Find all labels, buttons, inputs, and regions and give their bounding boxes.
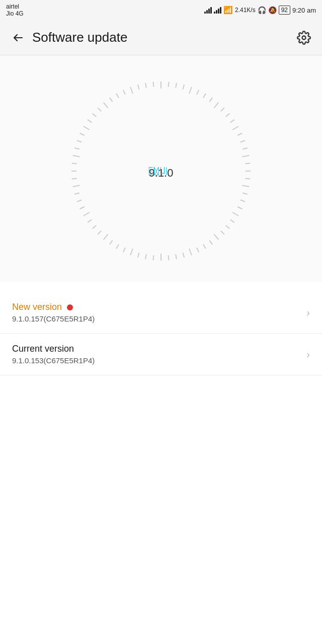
svg-line-44 (110, 240, 113, 245)
svg-line-61 (84, 126, 90, 130)
svg-line-9 (214, 103, 218, 108)
emui-logo (149, 163, 174, 180)
svg-line-70 (138, 85, 139, 90)
svg-line-5 (189, 87, 192, 94)
svg-rect-85 (166, 167, 167, 175)
carrier1-label: airtel (6, 3, 24, 10)
svg-line-11 (226, 114, 230, 117)
svg-line-71 (145, 83, 146, 88)
page-title: Software update (32, 30, 294, 45)
back-icon (12, 32, 24, 44)
svg-line-6 (197, 90, 199, 95)
signal-icon2 (214, 7, 221, 14)
svg-line-10 (221, 108, 224, 111)
signal-icon1 (204, 7, 212, 14)
back-button[interactable] (8, 28, 28, 48)
svg-line-39 (145, 254, 146, 259)
svg-line-50 (80, 207, 85, 209)
mute-icon: 🔕 (268, 6, 277, 14)
svg-line-42 (123, 248, 125, 252)
svg-rect-82 (160, 167, 161, 174)
svg-line-68 (123, 90, 125, 95)
svg-line-29 (214, 234, 218, 240)
svg-line-65 (104, 103, 108, 108)
new-version-item[interactable]: New version 9.1.0.157(C675E5R1P4) › (0, 292, 322, 334)
svg-line-7 (203, 94, 206, 98)
svg-line-41 (130, 249, 133, 255)
new-version-number: 9.1.0.157(C675E5R1P4) (12, 314, 302, 323)
svg-line-53 (73, 185, 80, 186)
new-version-text: New version (12, 302, 62, 312)
svg-line-30 (209, 240, 212, 245)
svg-line-60 (80, 133, 85, 135)
svg-line-49 (84, 212, 90, 216)
new-version-label: New version (12, 302, 302, 312)
new-version-chevron: › (306, 307, 310, 318)
svg-rect-84 (164, 167, 165, 174)
svg-line-46 (98, 231, 101, 234)
svg-line-8 (209, 98, 212, 102)
carrier-info: airtel Jio 4G (6, 3, 24, 18)
svg-line-16 (243, 148, 248, 149)
svg-line-57 (73, 155, 80, 156)
headphone-icon: 🎧 (258, 6, 266, 14)
svg-line-33 (189, 249, 192, 255)
svg-line-51 (77, 200, 82, 201)
svg-line-69 (130, 87, 133, 94)
top-bar: Software update (0, 20, 322, 55)
svg-line-72 (153, 82, 153, 87)
svg-line-62 (88, 120, 92, 123)
svg-line-32 (197, 248, 199, 252)
battery-icon: 92 (279, 6, 290, 15)
time-label: 9:20 am (292, 7, 316, 14)
svg-line-45 (104, 234, 108, 240)
svg-line-64 (98, 108, 101, 111)
svg-line-25 (232, 212, 238, 216)
svg-line-22 (243, 193, 248, 194)
svg-line-63 (93, 114, 97, 117)
settings-button[interactable] (294, 28, 314, 48)
svg-line-23 (240, 200, 245, 201)
svg-rect-76 (149, 175, 153, 175)
current-version-label: Current version (12, 344, 302, 354)
svg-line-54 (72, 179, 77, 179)
svg-line-4 (183, 85, 184, 90)
svg-line-27 (226, 225, 230, 228)
svg-line-56 (72, 163, 77, 164)
svg-line-21 (243, 185, 250, 186)
version-list: New version 9.1.0.157(C675E5R1P4) › Curr… (0, 292, 322, 375)
status-bar: airtel Jio 4G 📶 2.41K/s 🎧 🔕 92 9:20 am (0, 0, 322, 20)
current-version-content: Current version 9.1.0.153(C675E5R1P4) (12, 344, 302, 365)
svg-line-66 (110, 98, 113, 102)
gear-icon (297, 31, 311, 45)
svg-line-18 (245, 163, 250, 164)
svg-line-36 (169, 255, 169, 260)
svg-line-34 (183, 253, 184, 258)
svg-line-26 (230, 219, 234, 222)
svg-line-38 (153, 255, 153, 260)
wifi-icon: 📶 (223, 6, 233, 15)
new-version-content: New version 9.1.0.157(C675E5R1P4) (12, 302, 302, 323)
svg-line-67 (116, 94, 119, 98)
svg-line-20 (245, 179, 250, 179)
svg-line-47 (93, 225, 97, 228)
svg-line-15 (240, 140, 245, 142)
svg-line-58 (74, 148, 79, 149)
svg-line-40 (138, 253, 139, 258)
svg-line-48 (88, 219, 92, 222)
svg-rect-81 (158, 167, 159, 175)
svg-line-12 (230, 120, 234, 123)
svg-line-31 (203, 244, 206, 249)
svg-marker-86 (154, 172, 158, 175)
svg-line-52 (74, 193, 79, 194)
svg-rect-74 (149, 167, 153, 168)
status-right: 📶 2.41K/s 🎧 🔕 92 9:20 am (204, 6, 316, 15)
emui-circle-container: 9.1.0 (0, 55, 322, 282)
svg-line-17 (243, 155, 250, 156)
current-version-item[interactable]: Current version 9.1.0.153(C675E5R1P4) › (0, 334, 322, 375)
svg-line-24 (237, 207, 242, 209)
svg-rect-83 (160, 173, 165, 174)
emui-circle: 9.1.0 (65, 75, 257, 267)
svg-point-0 (302, 36, 306, 39)
svg-line-35 (176, 254, 177, 259)
